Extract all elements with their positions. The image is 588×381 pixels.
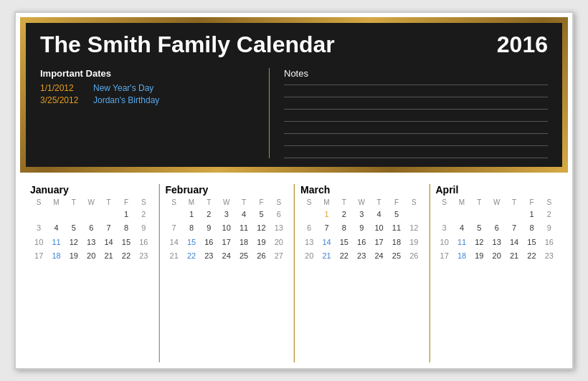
day-header: W bbox=[353, 198, 370, 206]
cal-day: 24 bbox=[218, 249, 235, 263]
day-header: M bbox=[183, 198, 200, 206]
notes-section: Notes bbox=[270, 68, 548, 158]
cal-day: 19 bbox=[405, 236, 422, 249]
cal-day: 26 bbox=[405, 249, 422, 263]
cal-day: 12 bbox=[470, 236, 488, 249]
cal-day: 3 bbox=[30, 221, 47, 235]
cal-day: 15 bbox=[118, 236, 135, 249]
month-name: February bbox=[166, 184, 288, 196]
page: The Smith Family Calendar 2016 Important… bbox=[14, 11, 574, 370]
cal-day: 22 bbox=[523, 249, 540, 263]
cal-grid: SMTWTFS123456789101112131415161718192021… bbox=[30, 198, 153, 264]
cal-day: 11 bbox=[388, 221, 405, 235]
cal-day bbox=[453, 208, 470, 221]
cal-day: 26 bbox=[252, 249, 270, 263]
day-header: F bbox=[252, 198, 270, 206]
notes-title: Notes bbox=[284, 68, 548, 79]
day-header: T bbox=[65, 198, 82, 206]
cal-day: 8 bbox=[118, 221, 135, 235]
cal-day: 2 bbox=[541, 208, 558, 221]
cal-day bbox=[82, 208, 100, 221]
cal-day: 7 bbox=[100, 221, 117, 235]
cal-day bbox=[436, 208, 453, 221]
cal-day: 23 bbox=[135, 249, 152, 263]
cal-day: 7 bbox=[166, 221, 183, 235]
day-header: T bbox=[506, 198, 523, 206]
cal-day bbox=[300, 208, 318, 221]
day-header: S bbox=[436, 198, 453, 206]
date-value-2: 3/25/2012 bbox=[40, 95, 83, 105]
month-april: AprilSMTWTFS1234567891011121314151617181… bbox=[430, 184, 564, 362]
cal-day bbox=[488, 208, 506, 221]
date-value-1: 1/1/2012 bbox=[40, 83, 83, 93]
day-header: M bbox=[47, 198, 65, 206]
cal-day: 6 bbox=[488, 221, 506, 235]
important-dates: Important Dates 1/1/2012 New Year's Day … bbox=[40, 68, 270, 158]
cal-grid: SMTWTFS123456789101112131415161718192021… bbox=[300, 198, 423, 264]
cal-day: 17 bbox=[218, 236, 235, 249]
cal-day: 4 bbox=[370, 208, 387, 221]
cal-day: 2 bbox=[200, 208, 217, 221]
month-name: April bbox=[436, 184, 559, 196]
cal-day: 8 bbox=[523, 221, 540, 235]
cal-day: 18 bbox=[235, 236, 252, 249]
month-name: March bbox=[300, 184, 423, 196]
cal-day: 9 bbox=[200, 221, 217, 235]
cal-day: 21 bbox=[318, 249, 335, 263]
cal-day bbox=[65, 208, 82, 221]
cal-day bbox=[166, 208, 183, 221]
info-section: Important Dates 1/1/2012 New Year's Day … bbox=[40, 68, 548, 158]
cal-day: 23 bbox=[541, 249, 558, 263]
cal-day: 11 bbox=[47, 236, 65, 249]
cal-day: 22 bbox=[183, 249, 200, 263]
cal-day: 17 bbox=[370, 236, 387, 249]
cal-day: 1 bbox=[183, 208, 200, 221]
cal-day: 24 bbox=[370, 249, 387, 263]
cal-day: 11 bbox=[453, 236, 470, 249]
day-header: S bbox=[405, 198, 422, 206]
month-march: MarchSMTWTFS1234567891011121314151617181… bbox=[295, 184, 430, 362]
cal-day bbox=[506, 208, 523, 221]
notes-line-1 bbox=[284, 85, 548, 85]
notes-line-6 bbox=[284, 145, 548, 146]
notes-line-5 bbox=[284, 133, 548, 134]
cal-day bbox=[100, 208, 117, 221]
cal-day: 9 bbox=[135, 221, 152, 235]
cal-day: 20 bbox=[488, 249, 506, 263]
cal-day: 13 bbox=[300, 236, 318, 249]
day-header: T bbox=[200, 198, 217, 206]
cal-day: 2 bbox=[135, 208, 152, 221]
cal-day: 15 bbox=[523, 236, 540, 249]
day-header: S bbox=[300, 198, 318, 206]
chalkboard-header: The Smith Family Calendar 2016 Important… bbox=[20, 17, 568, 173]
cal-day: 19 bbox=[65, 249, 82, 263]
notes-lines bbox=[284, 85, 548, 158]
notes-line-7 bbox=[284, 158, 548, 158]
cal-day: 4 bbox=[453, 221, 470, 235]
day-header: W bbox=[218, 198, 235, 206]
cal-day: 5 bbox=[470, 221, 488, 235]
cal-day: 1 bbox=[318, 208, 335, 221]
cal-day: 21 bbox=[506, 249, 523, 263]
cal-day bbox=[47, 208, 65, 221]
cal-day: 4 bbox=[235, 208, 252, 221]
date-entry-2: 3/25/2012 Jordan's Birthday bbox=[40, 95, 255, 105]
cal-day: 17 bbox=[436, 249, 453, 263]
cal-day: 22 bbox=[336, 249, 353, 263]
cal-day: 13 bbox=[270, 221, 288, 235]
cal-day: 23 bbox=[353, 249, 370, 263]
cal-day: 8 bbox=[336, 221, 353, 235]
day-header: S bbox=[270, 198, 288, 206]
cal-day: 3 bbox=[353, 208, 370, 221]
day-header: F bbox=[388, 198, 405, 206]
cal-day: 19 bbox=[470, 249, 488, 263]
date-label-2: Jordan's Birthday bbox=[93, 95, 159, 105]
day-header: M bbox=[318, 198, 335, 206]
cal-day: 16 bbox=[541, 236, 558, 249]
notes-line-4 bbox=[284, 121, 548, 122]
day-header: F bbox=[523, 198, 540, 206]
cal-day: 6 bbox=[300, 221, 318, 235]
cal-day: 5 bbox=[388, 208, 405, 221]
day-header: S bbox=[30, 198, 47, 206]
day-header: M bbox=[453, 198, 470, 206]
